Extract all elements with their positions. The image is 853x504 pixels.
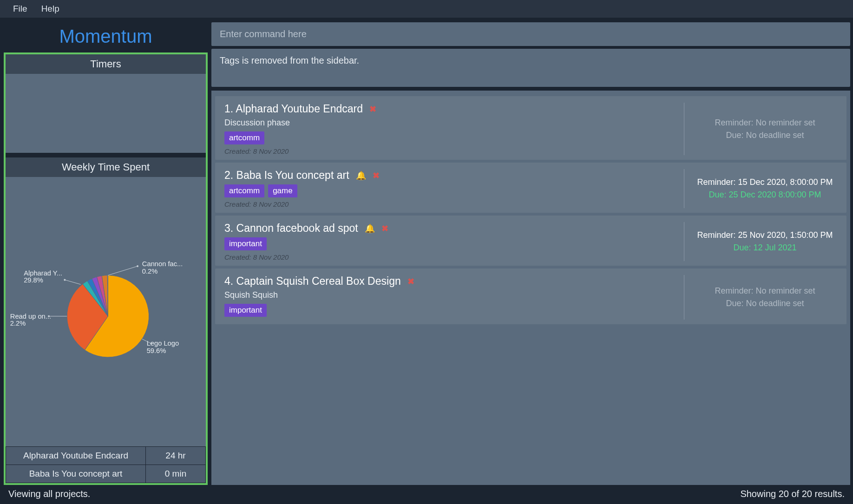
time-table-value: 24 hr (146, 447, 206, 465)
x-icon: ✖ (381, 223, 388, 234)
pie-label: 2.2% (10, 320, 26, 327)
sidebar-box: Timers Weekly Time Spent Cannon fac...0.… (4, 52, 208, 485)
timers-panel: Timers (6, 54, 206, 153)
project-created: Created: 8 Nov 2020 (224, 147, 684, 155)
project-title: 3. Cannon facebook ad spot🔔✖ (224, 222, 684, 235)
project-card[interactable]: 2. Baba Is You concept art🔔✖artcommgameC… (215, 163, 846, 213)
menu-file[interactable]: File (13, 4, 27, 14)
svg-point-2 (48, 315, 50, 317)
project-due: Due: No deadline set (693, 299, 837, 308)
project-meta: Reminder: No reminder setDue: No deadlin… (684, 103, 837, 155)
pie-label: 59.6% (147, 347, 166, 354)
project-meta: Reminder: 15 Dec 2020, 8:00:00 PMDue: 25… (684, 169, 837, 208)
project-title: 1. Alpharad Youtube Endcard✖ (224, 103, 684, 115)
time-table-name: Alpharad Youtube Endcard (6, 447, 146, 465)
tag[interactable]: artcomm (224, 131, 264, 144)
project-tags: important (224, 304, 684, 317)
project-due: Due: No deadline set (693, 131, 837, 140)
timers-header: Timers (6, 54, 206, 74)
project-reminder: Reminder: 25 Nov 2020, 1:50:00 PM (693, 230, 837, 240)
menubar: File Help (0, 0, 853, 18)
svg-point-1 (64, 279, 66, 281)
project-reminder: Reminder: 15 Dec 2020, 8:00:00 PM (693, 177, 837, 187)
x-icon: ✖ (373, 170, 380, 181)
panel-divider (6, 153, 206, 157)
project-card[interactable]: 1. Alpharad Youtube Endcard✖Discussion p… (215, 96, 846, 160)
pie-label: Read up on... (10, 313, 51, 320)
feedback-message: Tags is removed from the sidebar. (211, 49, 850, 87)
tag[interactable]: game (268, 184, 297, 197)
project-created: Created: 8 Nov 2020 (224, 253, 684, 261)
time-table-row: Baba Is You concept art0 min (6, 465, 206, 483)
weekly-time-panel: Weekly Time Spent Cannon fac...0.2%Alpha… (6, 157, 206, 483)
project-tags: artcomm (224, 131, 684, 144)
pie-chart: Cannon fac...0.2%Alpharad Y...29.8%Read … (6, 177, 206, 446)
project-meta: Reminder: No reminder setDue: No deadlin… (684, 275, 837, 320)
pie-label: Cannon fac... (142, 260, 183, 268)
pie-label: 29.8% (24, 276, 43, 284)
bell-icon: 🔔 (356, 170, 366, 181)
sidebar: Momentum Timers Weekly Time Spent Cannon… (0, 18, 211, 485)
project-due: Due: 12 Jul 2021 (693, 243, 837, 253)
project-title: 2. Baba Is You concept art🔔✖ (224, 169, 684, 182)
timers-body (6, 74, 206, 153)
status-left: Viewing all projects. (8, 489, 90, 499)
project-created: Created: 8 Nov 2020 (224, 200, 684, 208)
status-right: Showing 20 of 20 results. (740, 489, 845, 499)
project-card[interactable]: 4. Captain Squish Cereal Box Design✖Squi… (215, 268, 846, 324)
x-icon: ✖ (407, 276, 414, 287)
pie-chart-svg: Cannon fac...0.2%Alpharad Y...29.8%Read … (6, 177, 206, 446)
x-icon: ✖ (369, 104, 376, 114)
menu-help[interactable]: Help (41, 4, 59, 14)
pie-label: Alpharad Y... (24, 269, 62, 277)
time-table-name: Baba Is You concept art (6, 465, 146, 483)
pie-leader-line (65, 280, 80, 284)
tag[interactable]: artcomm (224, 184, 264, 197)
weekly-time-header: Weekly Time Spent (6, 157, 206, 177)
pie-leader-line (108, 266, 138, 275)
project-reminder: Reminder: No reminder set (693, 118, 837, 128)
project-card[interactable]: 3. Cannon facebook ad spot🔔✖importantCre… (215, 216, 846, 266)
project-subtitle: Discussion phase (224, 118, 684, 128)
status-bar: Viewing all projects. Showing 20 of 20 r… (0, 485, 853, 504)
svg-point-0 (137, 265, 138, 267)
project-reminder: Reminder: No reminder set (693, 286, 837, 296)
svg-point-3 (150, 343, 152, 345)
project-list[interactable]: 1. Alpharad Youtube Endcard✖Discussion p… (211, 91, 850, 485)
project-tags: artcommgame (224, 184, 684, 197)
project-tags: important (224, 237, 684, 250)
time-table-value: 0 min (146, 465, 206, 483)
project-due: Due: 25 Dec 2020 8:00:00 PM (693, 190, 837, 200)
time-table-row: Alpharad Youtube Endcard24 hr (6, 447, 206, 465)
app-title: Momentum (4, 18, 208, 52)
tag[interactable]: important (224, 304, 267, 317)
pie-label: 0.2% (142, 268, 157, 275)
main-area: Enter command here Tags is removed from … (211, 18, 853, 485)
command-input[interactable]: Enter command here (211, 22, 850, 46)
command-placeholder: Enter command here (220, 29, 307, 39)
project-meta: Reminder: 25 Nov 2020, 1:50:00 PMDue: 12… (684, 222, 837, 261)
bell-icon: 🔔 (365, 223, 375, 234)
tag[interactable]: important (224, 237, 267, 250)
time-spent-table: Alpharad Youtube Endcard24 hrBaba Is You… (6, 446, 206, 483)
project-title: 4. Captain Squish Cereal Box Design✖ (224, 275, 684, 288)
project-subtitle: Squish Squish (224, 290, 684, 300)
